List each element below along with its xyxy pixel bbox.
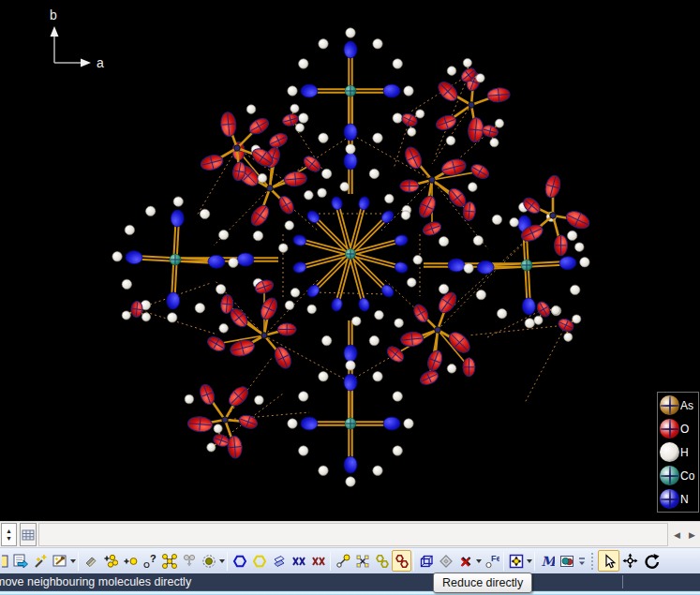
element-legend: As O H Co N	[657, 392, 699, 513]
cursor-arrow-icon	[602, 554, 617, 569]
molecule-x-icon	[355, 554, 370, 569]
build-tool-button[interactable]	[50, 550, 69, 572]
view-direction-button[interactable]	[436, 550, 455, 572]
destroy-blue-button[interactable]	[289, 550, 308, 572]
polyhedra-yellow-button[interactable]	[249, 550, 269, 572]
scroll-right-button[interactable]: ▶	[685, 524, 699, 545]
destroy-red-button[interactable]	[308, 550, 328, 572]
apply-properties-button[interactable]	[10, 550, 30, 572]
overlap-structures-button[interactable]	[557, 550, 576, 572]
move-molecules-button[interactable]	[506, 550, 526, 572]
polyhedra-blue-button[interactable]	[230, 550, 249, 572]
h-sphere-icon	[660, 442, 679, 462]
atom-question-icon: ?	[142, 554, 157, 569]
yellow-hexagon-icon	[252, 554, 267, 569]
hexagon-pair-red-icon	[395, 554, 410, 569]
move-four-way-icon	[622, 553, 638, 569]
scroll-left-button[interactable]: ◀	[670, 524, 684, 545]
dropdown-caret-icon	[219, 559, 225, 563]
legend-item-o: O	[658, 417, 698, 440]
connect-atoms-button[interactable]	[159, 550, 179, 572]
toolbar-overflow-button[interactable]	[576, 550, 588, 572]
double-x-red-icon	[311, 554, 326, 569]
toolbar-separator	[227, 552, 228, 571]
legend-item-co: Co	[658, 464, 698, 487]
dropdown-caret-icon	[527, 559, 532, 563]
legend-label: As	[680, 399, 693, 412]
move-molecules-dropdown[interactable]	[526, 550, 532, 572]
o-sphere-icon	[660, 419, 679, 439]
window-bottom-strip	[0, 590, 700, 595]
axes-indicator: b a	[37, 4, 122, 79]
datasheet-button[interactable]	[20, 523, 37, 546]
toolbar-separator	[78, 552, 79, 571]
erase-button[interactable]	[81, 550, 100, 572]
grow-bond-button[interactable]	[333, 550, 352, 572]
hammer-frame-icon	[52, 554, 67, 569]
legend-label: O	[680, 423, 689, 436]
toolbar-grip[interactable]	[591, 553, 596, 570]
select-mode-button[interactable]	[598, 550, 619, 572]
grow-rings-button[interactable]	[372, 550, 392, 572]
fragment-disabled-button[interactable]	[179, 550, 199, 572]
dropdown-caret-icon	[476, 559, 482, 563]
add-atom-type-button[interactable]: Fe	[482, 550, 501, 572]
axis-a-label: a	[97, 55, 104, 70]
fill-sphere-button[interactable]	[199, 550, 218, 572]
double-x-blue-icon	[291, 554, 306, 569]
cell-cube-icon	[419, 554, 434, 569]
rotate-arrow-icon	[644, 553, 660, 569]
toolbar-separator	[330, 552, 331, 571]
grow-molecule-button[interactable]	[352, 550, 372, 572]
rotate-mode-button[interactable]	[641, 550, 663, 572]
atom-query-button[interactable]: ?	[140, 550, 159, 572]
toolbar-separator	[413, 552, 414, 571]
stack-packing-button[interactable]	[269, 550, 289, 572]
legend-item-h: H	[658, 440, 698, 464]
spin-up-icon[interactable]: ▲	[6, 528, 12, 535]
unit-cell-button[interactable]	[416, 550, 436, 572]
arrow-right-icon: ▶	[689, 530, 695, 540]
data-grid-icon	[22, 529, 35, 541]
cobalt-ammine-complex	[288, 320, 413, 486]
build-tool-dropdown[interactable]	[69, 550, 76, 572]
magic-wand-icon	[33, 554, 48, 569]
pan-square-icon	[509, 554, 524, 569]
svg-text:Fe: Fe	[491, 554, 499, 563]
blue-hexagon-icon	[232, 554, 247, 569]
new-picture-button[interactable]	[1, 550, 10, 572]
remove-atom-type-button[interactable]	[455, 550, 475, 572]
fragment-gray-icon	[182, 554, 197, 569]
arsenate-cluster	[510, 173, 592, 255]
spin-down-icon[interactable]: ▼	[6, 535, 12, 543]
frame-spinner[interactable]: ▲▼	[1, 523, 17, 546]
dashed-sphere-icon	[201, 554, 216, 569]
m-letter-icon: M	[540, 554, 555, 569]
water-molecule	[400, 110, 424, 137]
arrow-left-icon: ◀	[674, 530, 680, 540]
status-message: move neighbouring molecules directly	[0, 573, 700, 590]
hexagon-pair-yellow-icon	[375, 554, 390, 569]
horizontal-scroll-track[interactable]	[38, 523, 668, 546]
move-mode-button[interactable]	[619, 550, 641, 572]
central-star-complex	[278, 182, 422, 325]
reduce-directly-button[interactable]	[392, 550, 411, 572]
status-separator	[622, 575, 623, 588]
legend-item-as: As	[658, 394, 698, 417]
fill-sphere-dropdown[interactable]	[218, 550, 225, 572]
axis-b-arrow-icon	[51, 26, 59, 37]
red-x-icon	[458, 554, 473, 569]
legend-label: N	[680, 493, 689, 506]
co-sphere-icon	[660, 466, 679, 485]
toolbar-separator	[534, 552, 535, 571]
page-arrow-icon	[13, 554, 28, 569]
dropdown-caret-icon	[70, 559, 76, 563]
axis-b-label: b	[50, 7, 57, 22]
measure-button[interactable]: M	[537, 550, 557, 572]
tooltip-text: Reduce directly	[442, 576, 523, 589]
build-wand-button[interactable]	[30, 550, 50, 572]
add-atoms-button[interactable]	[100, 550, 120, 572]
remove-atom-type-dropdown[interactable]	[475, 550, 482, 572]
packing-prism-icon	[272, 554, 287, 569]
add-atom-button[interactable]	[120, 550, 140, 572]
